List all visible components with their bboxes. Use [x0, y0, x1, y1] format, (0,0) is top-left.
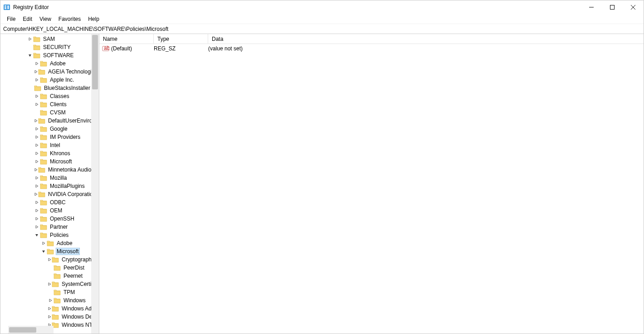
tree-node[interactable]: IM Providers [0, 133, 91, 141]
tree-vertical-scrollbar[interactable] [91, 34, 99, 334]
chevron-right-icon[interactable] [47, 282, 52, 286]
tree-node-label[interactable]: Peernet [63, 273, 83, 279]
chevron-right-icon[interactable] [34, 94, 40, 98]
chevron-right-icon[interactable] [47, 314, 52, 319]
tree-node-label[interactable]: Adobe [49, 60, 67, 67]
tree-node-label[interactable]: Windows NT [61, 322, 91, 328]
maximize-button[interactable] [602, 0, 623, 14]
chevron-right-icon[interactable] [34, 216, 40, 221]
tree-node[interactable]: Adobe [0, 59, 91, 68]
chevron-right-icon[interactable] [34, 192, 38, 196]
tree-node-label[interactable]: AGEIA Technologies [47, 69, 91, 75]
tree-node-label[interactable]: TPM [63, 289, 76, 295]
chevron-right-icon[interactable] [34, 208, 40, 213]
tree-node-label[interactable]: DefaultUserEnvironment [47, 118, 91, 124]
values-list[interactable]: ab(Default)REG_SZ(value not set) [99, 44, 644, 53]
tree-node-label[interactable]: Khronos [49, 150, 71, 157]
tree-node[interactable]: Windows [0, 296, 91, 305]
chevron-right-icon[interactable] [34, 69, 38, 74]
tree-node-label[interactable]: SystemCertificates [61, 281, 91, 287]
chevron-right-icon[interactable] [34, 167, 38, 172]
tree-node[interactable]: Microsoft [0, 157, 91, 166]
tree-node-label[interactable]: Microsoft [56, 248, 80, 255]
tree-node[interactable]: Cryptography [0, 255, 91, 264]
tree-node-label[interactable]: Policies [49, 232, 69, 238]
chevron-down-icon[interactable] [27, 53, 33, 58]
tree-node[interactable]: Windows Advanced Threat Protection [0, 305, 91, 313]
tree-node-label[interactable]: Windows [63, 297, 87, 304]
chevron-right-icon[interactable] [47, 298, 54, 303]
tree-node-label[interactable]: Windows Advanced Threat Protection [61, 305, 91, 312]
tree-node-label[interactable]: Intel [49, 142, 61, 148]
address-path[interactable]: Computer\HKEY_LOCAL_MACHINE\SOFTWARE\Pol… [3, 26, 641, 32]
tree-node-label[interactable]: Apple Inc. [49, 77, 75, 83]
titlebar[interactable]: Registry Editor [0, 0, 644, 14]
tree-node[interactable]: Windows Defender [0, 313, 91, 321]
tree-node-label[interactable]: Partner [49, 224, 68, 230]
tree-node[interactable]: NVIDIA Corporation [0, 190, 91, 198]
menu-help[interactable]: Help [84, 15, 103, 23]
tree-node[interactable]: Apple Inc. [0, 76, 91, 84]
tree-node-label[interactable]: BlueStacksInstaller [43, 85, 91, 91]
tree-node[interactable]: Clients [0, 100, 91, 108]
chevron-right-icon[interactable] [34, 200, 40, 205]
tree-node-label[interactable]: Google [49, 126, 68, 132]
menu-favorites[interactable]: Favorites [55, 15, 84, 23]
tree-node-label[interactable]: NVIDIA Corporation [47, 191, 91, 197]
tree-node[interactable]: Intel [0, 141, 91, 149]
chevron-right-icon[interactable] [34, 135, 40, 139]
tree-node[interactable]: OpenSSH [0, 215, 91, 223]
tree-node[interactable]: SOFTWARE [0, 51, 91, 59]
chevron-right-icon[interactable] [47, 306, 52, 311]
tree-node[interactable]: CVSM [0, 108, 91, 117]
chevron-right-icon[interactable] [34, 151, 40, 156]
chevron-right-icon[interactable] [34, 102, 40, 107]
tree-node[interactable]: SystemCertificates [0, 280, 91, 288]
tree-node-label[interactable]: Cryptography [61, 256, 91, 263]
tree-node-label[interactable]: Windows Defender [61, 314, 91, 320]
chevron-right-icon[interactable] [34, 159, 40, 164]
tree-node-label[interactable]: Mozilla [49, 175, 68, 181]
column-header-data[interactable]: Data [208, 34, 644, 44]
tree-node-label[interactable]: Classes [49, 93, 70, 99]
chevron-right-icon[interactable] [47, 257, 52, 262]
tree-node-label[interactable]: Clients [49, 101, 68, 108]
address-bar[interactable]: Computer\HKEY_LOCAL_MACHINE\SOFTWARE\Pol… [0, 24, 644, 34]
minimize-button[interactable] [581, 0, 602, 14]
tree-node-label[interactable]: PeerDist [63, 265, 85, 271]
tree-horizontal-scrollbar[interactable] [8, 326, 54, 334]
close-button[interactable] [623, 0, 644, 14]
column-header-name[interactable]: Name [99, 34, 154, 44]
chevron-right-icon[interactable] [34, 176, 40, 180]
tree-node[interactable]: Google [0, 125, 91, 133]
tree-node[interactable]: MozillaPlugins [0, 182, 91, 190]
tree-node[interactable]: Khronos [0, 149, 91, 157]
tree-node-label[interactable]: Adobe [56, 240, 73, 246]
column-header-type[interactable]: Type [154, 34, 208, 44]
tree-node-label[interactable]: OEM [49, 207, 63, 214]
tree-node[interactable]: SECURITY [0, 43, 91, 51]
tree-node[interactable]: Adobe [0, 239, 91, 247]
tree-node[interactable]: Peernet [0, 272, 91, 280]
tree-node[interactable]: TPM [0, 288, 91, 296]
tree-node[interactable]: PeerDist [0, 264, 91, 272]
tree-node-label[interactable]: Microsoft [49, 158, 73, 165]
tree-node[interactable]: SAM [0, 35, 91, 43]
tree-node[interactable]: ODBC [0, 198, 91, 206]
tree-node-label[interactable]: MozillaPlugins [49, 183, 86, 189]
tree-node-label[interactable]: OpenSSH [49, 216, 75, 222]
tree-node-label[interactable]: SAM [42, 36, 56, 42]
tree-node[interactable]: Classes [0, 92, 91, 100]
tree-node-label[interactable]: ODBC [49, 199, 67, 206]
chevron-right-icon[interactable] [34, 184, 40, 188]
chevron-right-icon[interactable] [34, 118, 38, 123]
scrollbar-thumb[interactable] [92, 35, 98, 89]
tree-node-label[interactable]: IM Providers [49, 134, 81, 140]
menu-view[interactable]: View [36, 15, 55, 23]
tree-node[interactable]: BlueStacksInstaller [0, 84, 91, 92]
tree-node[interactable]: DefaultUserEnvironment [0, 117, 91, 125]
chevron-right-icon[interactable] [40, 241, 47, 246]
tree-node[interactable]: Partner [0, 223, 91, 231]
chevron-right-icon[interactable] [34, 127, 40, 131]
tree-node[interactable]: OEM [0, 206, 91, 215]
